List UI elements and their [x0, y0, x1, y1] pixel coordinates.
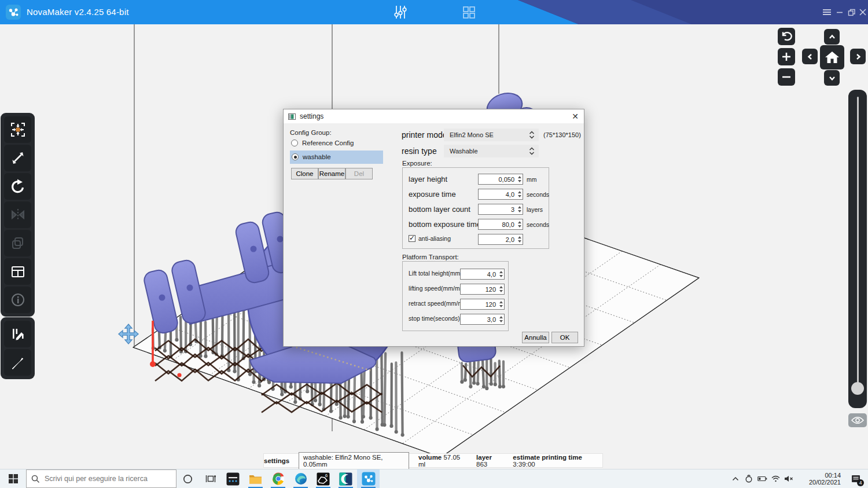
taskbar-search[interactable] [26, 469, 176, 488]
cortana-icon[interactable] [176, 469, 199, 488]
restore-icon[interactable] [845, 0, 858, 24]
spinner-arrows[interactable] [516, 219, 523, 229]
spinner-arrows[interactable] [498, 269, 504, 279]
chrome-icon[interactable] [267, 469, 289, 488]
print-status-bar: settings washable: Elfin2 Mono SE, 0.05m… [263, 453, 603, 468]
config-group-label: Config Group: [290, 129, 332, 136]
radio-unselected-icon[interactable] [291, 140, 298, 146]
zoom-out-button[interactable] [778, 68, 795, 86]
scale-button[interactable] [4, 145, 31, 171]
task-view-icon[interactable] [199, 469, 222, 488]
chitubox-icon[interactable] [334, 469, 357, 488]
anti-aliasing-checkbox-row[interactable]: anti-aliasing [409, 235, 451, 242]
settings-label: settings [264, 457, 289, 464]
bottom-layer-count-spinbox[interactable]: 3 [478, 204, 523, 215]
spinner-arrows[interactable] [516, 204, 523, 214]
support-tool-panel [1, 317, 35, 379]
exposure-groupbox: layer height 0,050 mm exposure time 4,0 … [402, 167, 549, 249]
current-config-button[interactable]: washable: Elfin2 Mono SE, 0.05mm [299, 452, 409, 469]
lift-total-height-spinbox[interactable]: 4,0 [460, 269, 505, 280]
visibility-toggle-button[interactable] [848, 413, 867, 427]
anti-aliasing-spinbox[interactable]: 2,0 [478, 234, 523, 245]
spinner-arrows[interactable] [516, 174, 523, 184]
layer-value: 863 [476, 461, 487, 468]
layer-preview-slider[interactable] [848, 90, 867, 408]
checkbox-checked-icon[interactable] [409, 235, 415, 242]
taskbar-app-dark-icon[interactable] [222, 469, 244, 488]
mirror-button[interactable] [4, 201, 31, 228]
platform-transport-label: Platform Transport: [402, 254, 459, 260]
layout-grid-tab[interactable] [461, 4, 477, 20]
layer-height-unit: mm [527, 176, 537, 183]
retract-speed-spinbox[interactable]: 120 [460, 299, 505, 310]
pan-right-button[interactable] [850, 49, 866, 64]
close-icon[interactable] [856, 0, 868, 24]
title-bar: NovaMaker v2.4.25 64-bit [0, 0, 868, 24]
search-input[interactable] [45, 475, 160, 483]
edge-icon[interactable] [289, 469, 312, 488]
bottom-layer-count-unit: layers [527, 206, 543, 213]
spinner-arrows[interactable] [498, 314, 504, 324]
3d-viewport[interactable]: settings washable: Elfin2 Mono SE, 0.05m… [0, 24, 868, 469]
config-option-reference[interactable]: Reference Config [291, 140, 354, 146]
home-view-button[interactable] [820, 45, 844, 69]
spinner-arrows[interactable] [516, 189, 523, 199]
pan-up-button[interactable] [824, 29, 840, 45]
muted-speaker-icon[interactable] [784, 472, 794, 486]
resin-type-select[interactable]: Washable [444, 145, 539, 157]
layer-height-label: layer height [409, 175, 447, 184]
estimate-label: estimate printing time [513, 454, 582, 461]
file-explorer-icon[interactable] [244, 469, 267, 488]
spinner-arrows[interactable] [498, 299, 504, 309]
clone-config-button[interactable]: Clone [291, 168, 318, 179]
dialog-close-icon[interactable]: ✕ [567, 109, 584, 123]
stop-time-spinbox[interactable]: 3,0 [460, 314, 505, 325]
slicer-settings-tab[interactable] [392, 4, 409, 20]
dialog-window-icon [288, 113, 296, 120]
search-icon [31, 475, 40, 483]
info-button[interactable] [4, 287, 31, 313]
dialog-title-bar[interactable]: settings ✕ [284, 109, 584, 123]
battery-icon[interactable] [757, 472, 767, 486]
ok-button[interactable]: OK [551, 332, 578, 343]
rhino6-icon[interactable]: 6 [312, 469, 334, 488]
notification-center-icon[interactable]: 4 [846, 469, 866, 488]
wifi-icon[interactable] [770, 472, 781, 486]
rename-config-button[interactable]: Rename [318, 168, 345, 179]
zoom-in-button[interactable] [778, 48, 795, 65]
printer-model-label: printer model [402, 130, 449, 140]
bottom-exposure-time-unit: seconds [527, 221, 549, 228]
novamaker-taskbar-icon[interactable] [357, 469, 380, 488]
cancel-button[interactable]: Annulla [522, 332, 549, 343]
spinner-arrows[interactable] [516, 234, 523, 244]
select-updown-icon [528, 130, 535, 140]
printer-model-select[interactable]: Elfin2 Mono SE [444, 129, 539, 141]
move-gizmo[interactable] [119, 324, 138, 344]
exposure-time-spinbox[interactable]: 4,0 [478, 189, 523, 200]
slider-handle[interactable] [851, 382, 864, 395]
support-edit-button[interactable] [4, 321, 31, 347]
auto-center-button[interactable] [4, 116, 31, 143]
rotate-button[interactable] [4, 173, 31, 200]
pan-down-button[interactable] [824, 70, 840, 86]
tray-chevron-icon[interactable] [730, 472, 741, 486]
spinner-arrows[interactable] [498, 284, 504, 294]
undo-button[interactable] [778, 28, 795, 45]
tray-clock[interactable]: 00:14 20/02/2021 [799, 472, 841, 486]
menu-icon[interactable] [821, 0, 833, 24]
layout-button[interactable] [4, 258, 31, 285]
minimize-icon[interactable] [833, 0, 846, 24]
manual-support-button[interactable] [4, 349, 31, 376]
delete-config-button[interactable]: Del [345, 168, 373, 179]
config-option-washable[interactable]: washable [290, 151, 383, 164]
radio-selected-icon[interactable] [292, 153, 299, 160]
layer-height-spinbox[interactable]: 0,050 [478, 174, 523, 185]
onedrive-icon[interactable] [744, 472, 754, 486]
window-title: NovaMaker v2.4.25 64-bit [27, 7, 129, 17]
windows-start-icon[interactable] [0, 469, 26, 488]
clone-button[interactable] [4, 230, 31, 256]
pan-left-button[interactable] [802, 49, 818, 64]
tray-date: 20/02/2021 [799, 479, 841, 486]
lifting-speed-spinbox[interactable]: 120 [460, 284, 505, 295]
bottom-exposure-time-spinbox[interactable]: 80,0 [478, 219, 523, 230]
